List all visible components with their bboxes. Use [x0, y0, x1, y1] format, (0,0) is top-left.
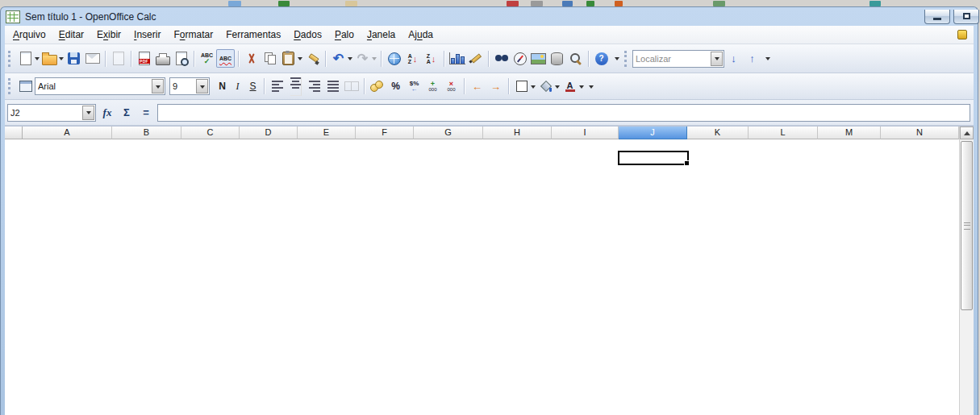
- spellcheck-button[interactable]: ABC✓: [198, 49, 216, 68]
- column-header-A[interactable]: A: [23, 127, 112, 139]
- copy-button[interactable]: [261, 49, 279, 68]
- save-button[interactable]: [65, 49, 83, 68]
- scrollbar-thumb[interactable]: [961, 141, 973, 310]
- column-header-J[interactable]: J: [619, 127, 687, 139]
- menu-bar: ArquivoEditarExibirInserirFormatarFerram…: [5, 26, 974, 44]
- formula-input[interactable]: [157, 104, 970, 122]
- italic-button[interactable]: I: [230, 77, 245, 96]
- auto-spellcheck-button[interactable]: ABC: [216, 49, 235, 68]
- find-input[interactable]: [633, 54, 710, 64]
- column-header-B[interactable]: B: [112, 127, 181, 139]
- menu-ferramentas[interactable]: Ferramentas: [219, 27, 287, 43]
- underline-button[interactable]: S: [245, 77, 261, 96]
- menu-arquivo[interactable]: Arquivo: [6, 27, 52, 43]
- menu-editar[interactable]: Editar: [52, 27, 90, 43]
- redo-button: ↷: [353, 49, 372, 68]
- select-all-corner[interactable]: [5, 127, 23, 139]
- gallery-button[interactable]: [529, 49, 548, 68]
- paste-button[interactable]: [279, 49, 298, 68]
- column-header-C[interactable]: C: [181, 127, 240, 139]
- hyperlink-button[interactable]: [385, 49, 403, 68]
- column-header-E[interactable]: E: [298, 127, 356, 139]
- vertical-scrollbar[interactable]: [959, 127, 974, 415]
- sum-button[interactable]: Σ: [119, 106, 135, 118]
- decrease-indent-button[interactable]: ←: [468, 77, 486, 96]
- edit-file-button: [109, 49, 127, 68]
- new-document-button[interactable]: [16, 49, 35, 68]
- align-justify-button[interactable]: [323, 77, 342, 96]
- insert-chart-button[interactable]: [448, 49, 466, 68]
- navigator-button[interactable]: [511, 49, 529, 68]
- font-name-input[interactable]: [35, 81, 151, 91]
- toolbar-more-button[interactable]: [612, 49, 621, 68]
- column-header-G[interactable]: G: [414, 127, 483, 139]
- column-header-I[interactable]: I: [552, 127, 619, 139]
- menu-ajuda[interactable]: Ajuda: [402, 27, 440, 43]
- column-header-L[interactable]: L: [749, 127, 818, 139]
- help-button[interactable]: ?: [592, 49, 611, 68]
- format-paintbrush-button[interactable]: [303, 49, 322, 68]
- email-button[interactable]: [83, 49, 102, 68]
- borders-button[interactable]: [512, 77, 531, 96]
- page-preview-button[interactable]: [172, 49, 190, 68]
- standard-format-button[interactable]: $%←: [405, 77, 423, 96]
- find-toolbar-more-button[interactable]: [763, 49, 772, 68]
- background-fragment: [345, 1, 357, 6]
- percent-format-button[interactable]: %: [386, 77, 405, 96]
- menu-inserir[interactable]: Inserir: [127, 27, 167, 43]
- font-size-input[interactable]: [170, 81, 195, 91]
- title-bar[interactable]: Sem título 1 - OpenOffice Calc: [1, 7, 978, 26]
- menu-exibir[interactable]: Exibir: [90, 27, 127, 43]
- cell-reference-input[interactable]: [8, 108, 81, 118]
- font-color-button[interactable]: A: [561, 77, 579, 96]
- export-pdf-button[interactable]: PDF: [135, 49, 153, 68]
- column-header-F[interactable]: F: [356, 127, 414, 139]
- scroll-up-button[interactable]: [960, 127, 974, 139]
- fill-handle[interactable]: [684, 160, 690, 166]
- find-toolbar-grip[interactable]: [624, 51, 629, 67]
- find-previous-button[interactable]: ↑: [743, 49, 761, 68]
- open-button[interactable]: [40, 49, 59, 68]
- draw-functions-button[interactable]: [466, 49, 485, 68]
- minimize-button[interactable]: [924, 10, 950, 24]
- toolbar-grip[interactable]: [8, 78, 13, 94]
- delete-decimal-button[interactable]: ×000: [442, 77, 461, 96]
- column-header-H[interactable]: H: [483, 127, 552, 139]
- font-name-dropdown[interactable]: [152, 79, 164, 93]
- sort-descending-button[interactable]: ZA↓: [422, 49, 440, 68]
- bold-button[interactable]: N: [215, 77, 230, 96]
- print-button[interactable]: [153, 49, 172, 68]
- maximize-button[interactable]: [953, 10, 979, 24]
- function-button[interactable]: =: [138, 106, 154, 118]
- cut-button[interactable]: [242, 49, 261, 68]
- menu-dados[interactable]: Dados: [287, 27, 328, 43]
- sort-ascending-button[interactable]: AZ↓: [403, 49, 422, 68]
- function-wizard-button[interactable]: fx: [99, 106, 115, 119]
- column-header-D[interactable]: D: [240, 127, 298, 139]
- styles-formatting-button[interactable]: [16, 77, 35, 96]
- increase-indent-button[interactable]: →: [486, 77, 505, 96]
- background-color-button[interactable]: [536, 77, 555, 96]
- find-replace-button[interactable]: [492, 49, 511, 68]
- add-decimal-button[interactable]: +000: [423, 77, 442, 96]
- column-header-K[interactable]: K: [687, 127, 749, 139]
- menu-formatar[interactable]: Formatar: [167, 27, 219, 43]
- align-center-button[interactable]: [286, 77, 305, 96]
- data-sources-button[interactable]: [548, 49, 566, 68]
- undo-button[interactable]: ↶: [329, 49, 348, 68]
- zoom-button[interactable]: [566, 49, 585, 68]
- column-header-M[interactable]: M: [818, 127, 881, 139]
- font-size-dropdown[interactable]: [196, 79, 208, 93]
- toolbar-grip[interactable]: [8, 51, 13, 67]
- currency-format-button[interactable]: [368, 77, 386, 96]
- align-right-button[interactable]: [305, 77, 323, 96]
- find-combo-dropdown[interactable]: [711, 52, 723, 66]
- menu-janela[interactable]: Janela: [361, 27, 402, 43]
- toolbar-more-button[interactable]: [586, 77, 595, 96]
- column-header-N[interactable]: N: [881, 127, 959, 139]
- find-next-button[interactable]: ↓: [724, 49, 743, 68]
- addon-icon[interactable]: [957, 30, 967, 39]
- menu-palo[interactable]: Palo: [328, 27, 361, 43]
- name-box-dropdown[interactable]: [82, 106, 94, 120]
- align-left-button[interactable]: [268, 77, 286, 96]
